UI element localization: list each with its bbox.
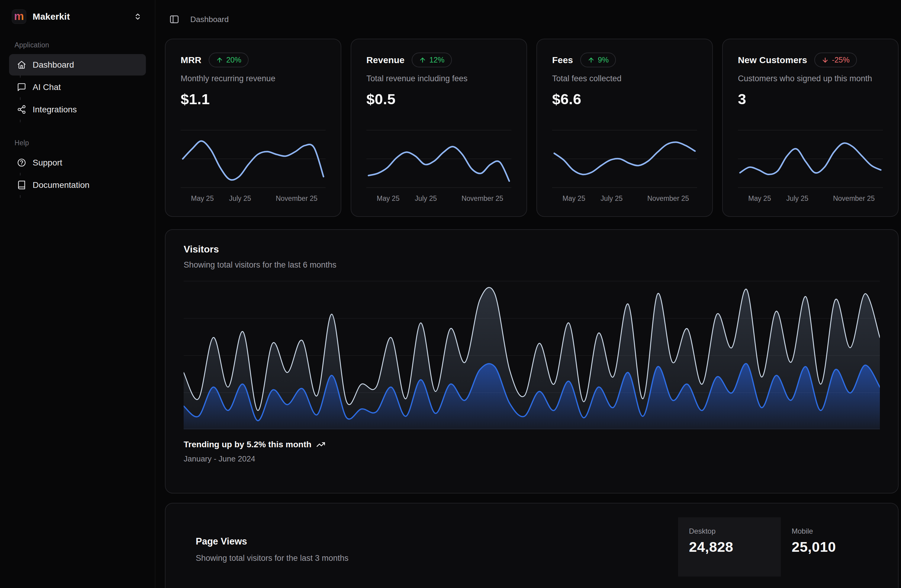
- stat-description: Total revenue including fees: [366, 74, 511, 83]
- sparkline-svg: [738, 129, 883, 189]
- mobile-value: 25,010: [792, 538, 871, 555]
- stat-value: $6.6: [552, 90, 697, 108]
- trend-badge: -25%: [814, 53, 857, 67]
- visitors-area-chart: [184, 281, 880, 429]
- sidebar-item-label: Documentation: [33, 180, 89, 190]
- sidebar-section-application: Application Dashboard AI Chat Integratio…: [0, 41, 155, 120]
- sidebar: m Makerkit Application Dashboard AI Chat: [0, 0, 155, 588]
- sparkline-svg: [181, 129, 326, 189]
- sidebar-item-integrations[interactable]: Integrations: [9, 99, 146, 120]
- x-tick: July 25: [600, 195, 622, 203]
- visitors-title: Visitors: [184, 244, 880, 255]
- trend-badge: 20%: [209, 53, 249, 67]
- stat-description: Total fees collected: [552, 74, 697, 83]
- stat-value: $1.1: [181, 90, 326, 108]
- sparkline-chart: May 25 July 25 November 25: [181, 129, 326, 205]
- badge-value: 9%: [598, 56, 609, 64]
- workspace-switcher[interactable]: m Makerkit: [9, 7, 146, 27]
- mobile-label: Mobile: [792, 527, 871, 535]
- stat-card-fees: Fees 9% Total fees collected $6.6 May 25…: [536, 39, 713, 217]
- trend-text: Trending up by 5.2% this month: [184, 440, 312, 449]
- chat-icon: [17, 83, 26, 92]
- badge-value: 20%: [226, 56, 241, 64]
- date-range-label: January - June 2024: [184, 454, 880, 463]
- visitors-footer: Trending up by 5.2% this month January -…: [184, 440, 880, 463]
- trend-badge: 9%: [580, 53, 616, 67]
- sparkline-x-axis: May 25 July 25 November 25: [738, 195, 883, 205]
- x-tick: May 25: [748, 195, 771, 203]
- desktop-value: 24,828: [689, 538, 781, 555]
- stat-card-new-customers: New Customers -25% Customers who signed …: [722, 39, 899, 217]
- x-tick: July 25: [786, 195, 808, 203]
- sparkline-svg: [552, 129, 697, 189]
- trending-up-icon: [316, 440, 325, 449]
- sparkline-svg: [366, 129, 511, 189]
- workspace-name: Makerkit: [33, 11, 70, 22]
- x-tick: November 25: [461, 195, 503, 203]
- desktop-label: Desktop: [689, 527, 781, 535]
- main-content: Dashboard MRR 20% Monthly recurring reve…: [155, 0, 901, 588]
- badge-value: 12%: [429, 56, 444, 64]
- sparkline-x-axis: May 25 July 25 November 25: [552, 195, 697, 205]
- stat-value: 3: [738, 90, 883, 108]
- chevrons-up-down-icon: [134, 13, 142, 20]
- x-tick: November 25: [833, 195, 875, 203]
- sidebar-item-documentation[interactable]: Documentation: [9, 174, 146, 196]
- stat-value: $0.5: [366, 90, 511, 108]
- page-views-toggles: Desktop 24,828 Mobile 25,010: [678, 517, 871, 577]
- sidebar-item-ai-chat[interactable]: AI Chat: [9, 76, 146, 98]
- stat-title: Fees: [552, 55, 573, 65]
- section-label: Help: [14, 139, 155, 147]
- sparkline-x-axis: May 25 July 25 November 25: [366, 195, 511, 205]
- section-label: Application: [14, 41, 155, 49]
- topbar: Dashboard: [165, 0, 899, 39]
- stat-card-mrr: MRR 20% Monthly recurring revenue $1.1 M…: [165, 39, 341, 217]
- trend-badge: 12%: [412, 53, 452, 67]
- x-tick: May 25: [563, 195, 585, 203]
- book-icon: [17, 180, 26, 190]
- sidebar-item-label: Integrations: [33, 105, 77, 114]
- x-tick: November 25: [647, 195, 689, 203]
- badge-value: -25%: [832, 56, 850, 64]
- stat-title: MRR: [181, 55, 201, 65]
- sparkline-x-axis: May 25 July 25 November 25: [181, 195, 326, 205]
- stat-title: New Customers: [738, 55, 807, 65]
- sparkline-chart: May 25 July 25 November 25: [366, 129, 511, 205]
- logo-letter: m: [14, 11, 24, 22]
- help-circle-icon: [17, 158, 26, 167]
- sparkline-chart: May 25 July 25 November 25: [738, 129, 883, 205]
- x-tick: May 25: [191, 195, 214, 203]
- stat-description: Customers who signed up this month: [738, 74, 883, 83]
- stat-description: Monthly recurring revenue: [181, 74, 326, 83]
- arrow-up-icon: [419, 56, 426, 64]
- toggle-mobile[interactable]: Mobile 25,010: [781, 517, 871, 577]
- sparkline-chart: May 25 July 25 November 25: [552, 129, 697, 205]
- breadcrumb: Dashboard: [190, 15, 229, 24]
- x-tick: November 25: [276, 195, 318, 203]
- x-tick: July 25: [229, 195, 251, 203]
- page-views-card: Page Views Showing total visitors for th…: [165, 503, 899, 588]
- sidebar-item-label: Support: [33, 158, 62, 168]
- home-icon: [17, 60, 26, 69]
- sidebar-section-help: Help Support Documentation: [0, 139, 155, 196]
- share-icon: [17, 105, 26, 114]
- stat-card-revenue: Revenue 12% Total revenue including fees…: [351, 39, 527, 217]
- arrow-down-icon: [822, 56, 829, 64]
- arrow-up-icon: [216, 56, 223, 64]
- arrow-up-icon: [588, 56, 595, 64]
- stat-title: Revenue: [366, 55, 404, 65]
- makerkit-logo: m: [12, 10, 26, 23]
- sidebar-item-dashboard[interactable]: Dashboard: [9, 54, 146, 75]
- sidebar-toggle-icon[interactable]: [169, 14, 179, 25]
- stat-cards-row: MRR 20% Monthly recurring revenue $1.1 M…: [165, 39, 899, 217]
- sidebar-item-support[interactable]: Support: [9, 152, 146, 173]
- visitors-card: Visitors Showing total visitors for the …: [165, 229, 899, 493]
- sidebar-item-label: Dashboard: [33, 60, 74, 70]
- sidebar-item-label: AI Chat: [33, 83, 61, 92]
- toggle-desktop[interactable]: Desktop 24,828: [678, 517, 781, 577]
- x-tick: May 25: [377, 195, 399, 203]
- visitors-subtitle: Showing total visitors for the last 6 mo…: [184, 260, 880, 270]
- x-tick: July 25: [415, 195, 437, 203]
